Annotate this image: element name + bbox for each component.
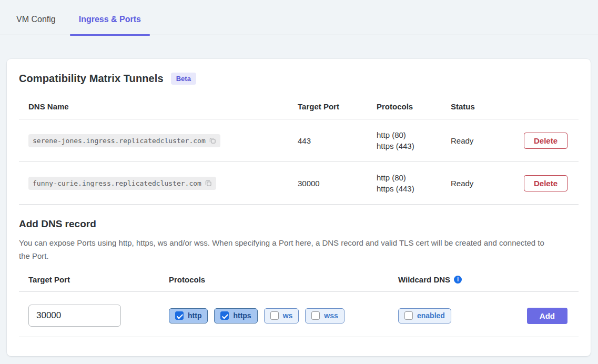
https-checkbox[interactable]	[220, 311, 229, 320]
chip-label: https	[233, 311, 251, 320]
protocols-label: Protocols	[169, 275, 398, 284]
column-header-status: Status	[451, 102, 524, 111]
target-port-input[interactable]	[28, 305, 121, 327]
protocol-chip-wss[interactable]: wss	[305, 308, 344, 323]
protocols-checkbox-group: http https ws wss	[169, 308, 398, 323]
beta-badge: Beta	[171, 73, 196, 85]
column-header-protocols: Protocols	[377, 102, 451, 111]
card-header: Compatibility Matrix Tunnels Beta	[19, 73, 579, 85]
column-header-target-port: Target Port	[298, 102, 377, 111]
tunnels-table: DNS Name Target Port Protocols Status se…	[19, 94, 579, 205]
add-form-labels: Target Port Protocols Wildcard DNS i	[19, 275, 579, 284]
protocol-line: http (80)	[377, 129, 451, 140]
table-header-row: DNS Name Target Port Protocols Status	[19, 94, 579, 119]
tab-bar: VM Config Ingress & Ports	[0, 0, 598, 35]
dns-name-text: serene-jones.ingress.replicatedcluster.c…	[33, 137, 206, 145]
page-title: Compatibility Matrix Tunnels	[19, 73, 164, 85]
target-port-label: Target Port	[28, 275, 169, 284]
http-checkbox[interactable]	[175, 311, 184, 320]
column-header-dns-name: DNS Name	[28, 102, 298, 111]
protocol-line: https (443)	[377, 140, 451, 151]
protocols-cell: http (80) https (443)	[377, 172, 451, 194]
delete-button[interactable]: Delete	[524, 133, 567, 149]
form-divider	[19, 291, 579, 292]
wss-checkbox[interactable]	[311, 311, 320, 320]
tab-vm-config[interactable]: VM Config	[7, 15, 65, 35]
chip-label: http	[188, 311, 201, 320]
copy-icon[interactable]	[205, 179, 212, 187]
protocol-line: http (80)	[377, 172, 451, 183]
add-dns-record-description: You can expose Ports using http, https, …	[19, 236, 555, 262]
info-icon[interactable]: i	[454, 276, 462, 284]
add-button[interactable]: Add	[527, 308, 567, 324]
table-row: funny-curie.ingress.replicatedcluster.co…	[19, 162, 579, 205]
add-dns-record-title: Add DNS record	[19, 218, 579, 230]
wildcard-dns-label-text: Wildcard DNS	[398, 275, 450, 284]
wildcard-enabled-checkbox[interactable]	[404, 311, 413, 320]
tunnels-card: Compatibility Matrix Tunnels Beta DNS Na…	[7, 59, 591, 356]
dns-name-pill: funny-curie.ingress.replicatedcluster.co…	[28, 177, 216, 190]
dns-name-text: funny-curie.ingress.replicatedcluster.co…	[33, 179, 201, 187]
target-port-cell: 443	[298, 136, 377, 145]
ws-checkbox[interactable]	[270, 311, 279, 320]
protocol-chip-ws[interactable]: ws	[264, 308, 299, 323]
protocol-chip-http[interactable]: http	[169, 308, 208, 323]
protocol-line: https (443)	[377, 183, 451, 194]
status-cell: Ready	[451, 136, 524, 145]
protocols-cell: http (80) https (443)	[377, 129, 451, 151]
copy-icon[interactable]	[209, 137, 216, 144]
delete-button[interactable]: Delete	[524, 175, 567, 191]
table-row: serene-jones.ingress.replicatedcluster.c…	[19, 119, 579, 162]
protocol-chip-https[interactable]: https	[214, 308, 257, 323]
chip-label: wss	[324, 311, 338, 320]
target-port-cell: 30000	[298, 179, 377, 188]
wildcard-enabled-chip[interactable]: enabled	[398, 308, 451, 323]
add-form-controls: http https ws wss enabled Add	[19, 305, 579, 327]
chip-label: enabled	[417, 311, 445, 320]
status-cell: Ready	[451, 179, 524, 188]
dns-name-pill: serene-jones.ingress.replicatedcluster.c…	[28, 134, 220, 147]
tab-ingress-ports[interactable]: Ingress & Ports	[70, 15, 150, 35]
chip-label: ws	[283, 311, 293, 320]
wildcard-dns-label: Wildcard DNS i	[398, 275, 579, 284]
